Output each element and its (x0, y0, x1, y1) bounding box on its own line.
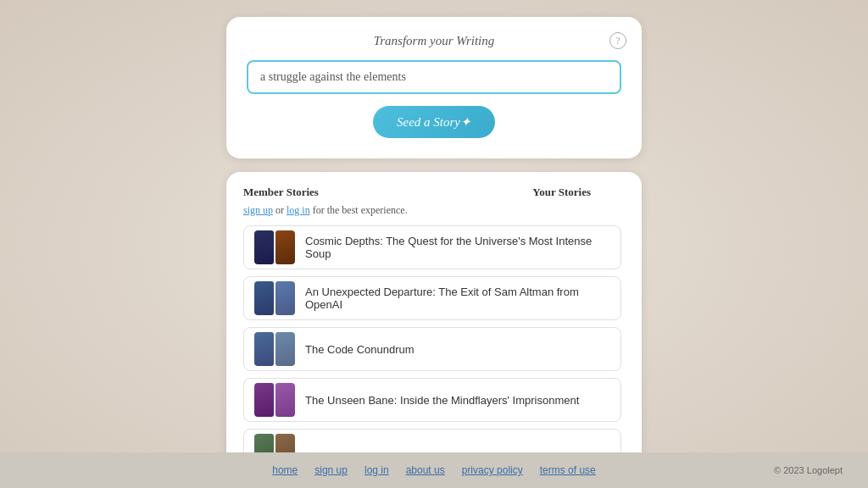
thumb-right (275, 332, 295, 366)
member-stories-tab: Member Stories (243, 186, 417, 199)
story-thumbnail (254, 230, 295, 264)
stories-card: Member Stories Your Stories sign up or l… (226, 172, 642, 473)
your-stories-tab: Your Stories (417, 186, 625, 199)
list-item[interactable]: An Unexpected Departure: The Exit of Sam… (243, 276, 621, 320)
footer-link-terms[interactable]: terms of use (540, 464, 596, 476)
story-list: Cosmic Depths: The Quest for the Univers… (243, 225, 625, 463)
footer-link-login[interactable]: log in (364, 464, 389, 476)
thumb-left (254, 383, 274, 417)
story-list-wrapper: Cosmic Depths: The Quest for the Univers… (243, 225, 625, 463)
thumb-left (254, 281, 274, 315)
signup-link[interactable]: sign up (243, 204, 273, 216)
signup-line: sign up or log in for the best experienc… (243, 204, 625, 217)
footer: home sign up log in about us privacy pol… (0, 452, 868, 488)
story-seed-input[interactable] (247, 60, 621, 94)
story-title: An Unexpected Departure: The Exit of Sam… (305, 286, 610, 311)
login-link[interactable]: log in (287, 204, 310, 216)
story-title: The Code Conundrum (305, 343, 415, 356)
thumb-right (275, 230, 295, 264)
thumb-right (275, 281, 295, 315)
footer-links: home sign up log in about us privacy pol… (272, 464, 596, 476)
list-item[interactable]: Cosmic Depths: The Quest for the Univers… (243, 225, 621, 269)
thumb-left (254, 230, 274, 264)
transform-card: Transform your Writing ? Seed a Story✦ (226, 17, 642, 158)
list-item[interactable]: The Unseen Bane: Inside the Mindflayers'… (243, 378, 621, 422)
story-thumbnail (254, 332, 295, 366)
footer-copyright: © 2023 Logolept (774, 465, 843, 475)
footer-link-home[interactable]: home (272, 464, 298, 476)
thumb-left (254, 332, 274, 366)
thumb-right (275, 383, 295, 417)
seed-story-button[interactable]: Seed a Story✦ (373, 106, 495, 138)
card-title: Transform your Writing (247, 34, 621, 48)
story-title: The Unseen Bane: Inside the Mindflayers'… (305, 394, 579, 407)
stories-header: Member Stories Your Stories (243, 186, 625, 199)
help-icon[interactable]: ? (609, 32, 626, 49)
footer-link-signup[interactable]: sign up (314, 464, 348, 476)
signup-middle-text: or (275, 204, 287, 216)
story-title: Cosmic Depths: The Quest for the Univers… (305, 235, 610, 260)
story-thumbnail (254, 383, 295, 417)
footer-link-about[interactable]: about us (406, 464, 445, 476)
story-thumbnail (254, 281, 295, 315)
list-item[interactable]: The Code Conundrum (243, 327, 621, 371)
signup-suffix-text: for the best experience. (313, 204, 408, 216)
footer-link-privacy[interactable]: privacy policy (462, 464, 523, 476)
